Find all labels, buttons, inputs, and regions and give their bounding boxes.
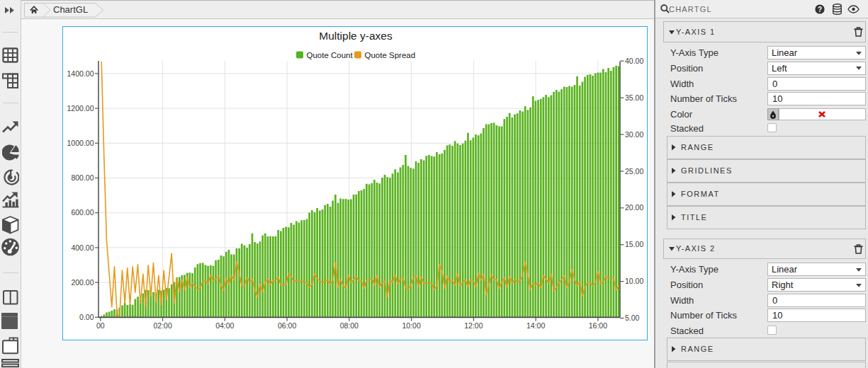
svg-text:Multiple y-axes: Multiple y-axes	[319, 30, 393, 42]
svg-text:600.00: 600.00	[71, 208, 94, 217]
svg-text:12:00: 12:00	[464, 321, 483, 330]
svg-text:15.00: 15.00	[625, 240, 643, 248]
svg-text:08:00: 08:00	[340, 321, 359, 330]
svg-text:Quote Spread: Quote Spread	[365, 51, 416, 59]
svg-text:16:00: 16:00	[589, 321, 607, 330]
svg-text:?: ?	[818, 6, 822, 13]
svg-text:1000.00: 1000.00	[67, 139, 94, 147]
svg-text:800.00: 800.00	[71, 173, 94, 182]
svg-text:0.00: 0.00	[79, 313, 94, 321]
svg-text:00: 00	[96, 321, 105, 330]
svg-text:35.00: 35.00	[625, 93, 643, 102]
svg-text:30.00: 30.00	[625, 130, 643, 139]
svg-text:04:00: 04:00	[215, 321, 234, 330]
svg-text:200.00: 200.00	[71, 278, 94, 287]
svg-text:5.00: 5.00	[625, 314, 640, 322]
svg-text:10.00: 10.00	[625, 277, 643, 285]
svg-text:06:00: 06:00	[278, 321, 296, 330]
svg-text:40.00: 40.00	[625, 57, 643, 65]
svg-text:Quote Count: Quote Count	[307, 51, 354, 59]
svg-text:1400.00: 1400.00	[67, 69, 94, 78]
svg-text:ChartGL: ChartGL	[53, 4, 88, 15]
svg-text:400.00: 400.00	[71, 243, 94, 252]
svg-text:14:00: 14:00	[526, 321, 545, 330]
svg-text:25.00: 25.00	[625, 167, 643, 176]
svg-text:1200.00: 1200.00	[67, 104, 94, 113]
svg-text:20.00: 20.00	[625, 203, 643, 212]
svg-text:02:00: 02:00	[153, 321, 171, 330]
svg-text:10:00: 10:00	[402, 321, 420, 330]
